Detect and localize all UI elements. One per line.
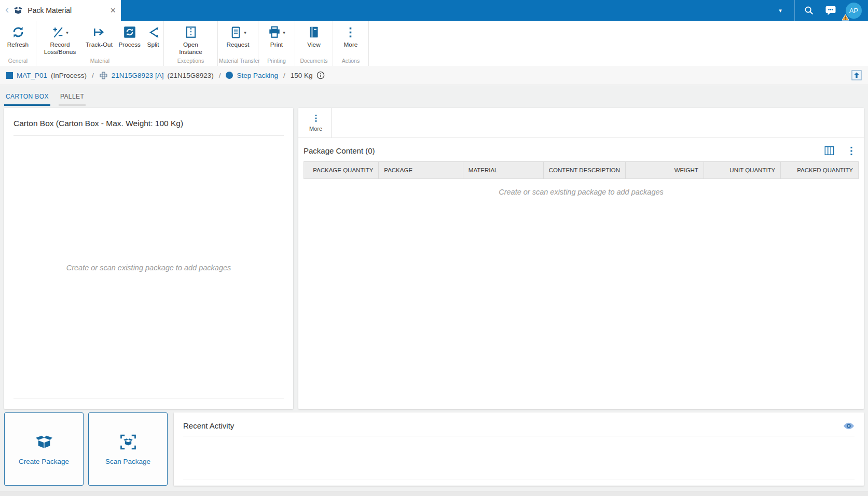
column-header-material[interactable]: MATERIAL xyxy=(463,162,543,179)
scan-package-icon xyxy=(119,433,137,451)
caret-down-icon: ▾ xyxy=(244,30,246,35)
column-header-unit-quantity[interactable]: UNIT QUANTITY xyxy=(704,162,781,179)
step-circle-icon xyxy=(226,72,233,79)
ribbon-group-documents: View Documents xyxy=(295,21,333,66)
refresh-button[interactable]: Refresh xyxy=(5,24,31,49)
lot-alt-name: (21N15G8923) xyxy=(167,72,213,79)
close-icon[interactable]: × xyxy=(110,6,116,15)
package-content-header: Package Content (0) xyxy=(298,138,864,161)
table-menu-button[interactable] xyxy=(847,146,856,156)
top-bar-actions: ▾ AP xyxy=(769,0,868,21)
tab-pallet[interactable]: PALLET xyxy=(59,93,86,106)
open-instance-icon xyxy=(184,25,198,39)
breadcrumb-separator: / xyxy=(282,72,287,79)
track-out-icon xyxy=(92,25,106,39)
column-chooser-button[interactable] xyxy=(824,146,835,156)
package-more-button[interactable]: More xyxy=(300,108,332,137)
ribbon-group-label: Material Transfer xyxy=(218,56,258,64)
column-header-package-quantity[interactable]: PACKAGE QUANTITY xyxy=(304,162,379,179)
print-button[interactable]: ▾ Print xyxy=(266,24,287,49)
ribbon-group-material: ▾ Record Loss/Bonus Track-Out xyxy=(36,21,164,66)
record-loss-bonus-button[interactable]: ▾ Record Loss/Bonus xyxy=(38,24,81,56)
package-content-table: PACKAGE QUANTITY PACKAGE MATERIAL CONTEN… xyxy=(304,161,859,179)
status-footer-bar xyxy=(0,491,868,496)
process-button[interactable]: Process xyxy=(116,24,143,49)
scan-package-button[interactable]: Scan Package xyxy=(88,412,168,486)
collapse-panel-button[interactable] xyxy=(851,70,862,80)
more-actions-button[interactable]: More xyxy=(342,24,360,49)
print-icon xyxy=(268,25,281,39)
ribbon-group-label: Exceptions xyxy=(164,56,217,64)
caret-down-icon: ▾ xyxy=(283,30,285,35)
breadcrumb-lot-link[interactable]: 21N15G8923 [A] xyxy=(112,72,164,79)
more-dots-icon xyxy=(344,26,357,39)
main-content: Carton Box (Carton Box - Max. Weight: 10… xyxy=(0,106,868,410)
package-content-panel: More Package Content (0) xyxy=(298,108,864,409)
open-instance-button[interactable]: Open Instance xyxy=(169,24,213,56)
ribbon-group-material-transfer: ▾ Request Material Transfer xyxy=(218,21,258,66)
tab-carton-box[interactable]: CARTON BOX xyxy=(4,93,50,106)
request-button[interactable]: ▾ Request xyxy=(225,24,252,49)
package-content-empty-message: Create or scan existing package to add p… xyxy=(298,188,864,196)
search-button[interactable] xyxy=(798,0,820,21)
ribbon-group-general: Refresh General xyxy=(0,21,36,66)
process-icon xyxy=(123,25,136,39)
back-chevron-icon[interactable]: ‹ xyxy=(5,4,9,16)
watch-activity-button[interactable] xyxy=(843,422,855,430)
app-window: ‹ Pack Material × ▾ xyxy=(0,0,868,496)
create-package-button[interactable]: Create Package xyxy=(4,412,84,486)
view-documents-icon xyxy=(307,25,321,39)
column-header-package[interactable]: PACKAGE xyxy=(379,162,463,179)
info-icon[interactable] xyxy=(316,71,325,79)
warning-badge-icon xyxy=(842,14,849,21)
columns-icon xyxy=(824,146,835,156)
avatar-initials: AP xyxy=(849,7,858,15)
material-state: (InProcess) xyxy=(51,72,87,79)
view-tabs: CARTON BOX PALLET xyxy=(0,85,868,106)
ribbon-group-label: Material xyxy=(36,56,163,64)
carton-box-panel-title: Carton Box (Carton Box - Max. Weight: 10… xyxy=(13,108,284,136)
caret-down-icon: ▾ xyxy=(779,7,782,14)
create-package-icon xyxy=(35,433,53,451)
breadcrumb-separator: / xyxy=(90,72,95,79)
request-icon xyxy=(229,26,242,39)
breadcrumb-step-link[interactable]: Step Packing xyxy=(237,72,278,79)
view-button[interactable]: View xyxy=(305,24,323,49)
column-header-weight[interactable]: WEIGHT xyxy=(626,162,704,179)
top-bar-divider xyxy=(794,0,795,21)
column-header-content-description[interactable]: CONTENT DESCRIPTION xyxy=(543,162,625,179)
refresh-icon xyxy=(11,25,25,39)
ribbon-group-printing: ▾ Print Printing xyxy=(258,21,295,66)
page-title: Pack Material xyxy=(27,6,105,15)
ribbon-group-label: General xyxy=(0,56,36,64)
chat-icon xyxy=(824,4,837,17)
avatar[interactable]: AP xyxy=(846,3,862,19)
pack-material-icon xyxy=(13,6,23,15)
caret-down-icon: ▾ xyxy=(66,30,68,35)
eye-icon xyxy=(843,422,855,430)
top-bar: ‹ Pack Material × ▾ xyxy=(0,0,868,21)
kebab-menu-icon xyxy=(847,146,856,156)
split-button[interactable]: Split xyxy=(145,24,162,49)
ribbon-group-label: Documents xyxy=(295,56,333,64)
bottom-row: Create Package Scan Package Recent Activ… xyxy=(0,410,868,491)
more-dots-icon xyxy=(311,114,321,123)
menu-dropdown-button[interactable]: ▾ xyxy=(769,0,791,21)
breadcrumb-material-link[interactable]: MAT_P01 xyxy=(17,72,47,79)
chat-button[interactable] xyxy=(820,0,842,21)
panel-footer-divider xyxy=(13,398,284,398)
recent-activity-panel: Recent Activity xyxy=(174,412,864,486)
document-tab-pack-material[interactable]: ‹ Pack Material × xyxy=(0,0,121,21)
recent-activity-title: Recent Activity xyxy=(183,421,843,430)
split-icon xyxy=(147,26,160,39)
package-panel-toolbar: More xyxy=(298,108,864,138)
ribbon-group-exceptions: Open Instance Exceptions xyxy=(164,21,218,66)
recent-activity-header: Recent Activity xyxy=(183,412,855,436)
ribbon-group-label: Actions xyxy=(333,56,368,64)
track-out-button[interactable]: Track-Out xyxy=(84,24,115,49)
column-header-packed-quantity[interactable]: PACKED QUANTITY xyxy=(781,162,859,179)
material-square-icon xyxy=(6,72,13,79)
ribbon-group-actions: More Actions xyxy=(333,21,369,66)
ribbon-group-label: Printing xyxy=(258,56,295,64)
flow-die-icon xyxy=(99,71,108,80)
